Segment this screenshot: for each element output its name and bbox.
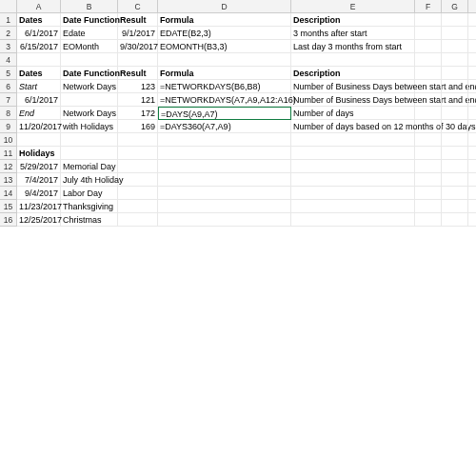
cell-F9[interactable] [415, 120, 442, 133]
cell-F12[interactable] [415, 160, 442, 173]
cell-G10[interactable] [442, 133, 468, 147]
cell-H11[interactable] [468, 147, 476, 160]
cell-D15[interactable] [158, 200, 291, 213]
row-header-4[interactable]: 4 [0, 53, 17, 67]
cell-E3[interactable]: Last day 3 months from start [291, 40, 415, 53]
cell-E14[interactable] [291, 187, 415, 200]
cell-C8[interactable]: 172 [118, 107, 158, 120]
cell-C12[interactable] [118, 160, 158, 173]
cell-H15[interactable] [468, 200, 476, 213]
cell-A13[interactable]: 7/4/2017 [17, 173, 61, 187]
cell-F5[interactable] [415, 67, 442, 80]
cell-F7[interactable] [415, 93, 442, 107]
cell-H1[interactable] [468, 13, 476, 27]
cell-C3[interactable]: 9/30/2017 [118, 40, 158, 53]
cell-F13[interactable] [415, 173, 442, 187]
cell-H2[interactable] [468, 27, 476, 40]
cell-D2[interactable]: EDATE(B2,3) [158, 27, 291, 40]
cell-E13[interactable] [291, 173, 415, 187]
cell-D4[interactable] [158, 53, 291, 67]
cell-H7[interactable] [468, 93, 476, 107]
cell-B13[interactable]: July 4th Holiday [61, 173, 118, 187]
row-header-12[interactable]: 12 [0, 160, 17, 173]
cell-H6[interactable] [468, 80, 476, 93]
cell-F8[interactable] [415, 107, 442, 120]
cell-C13[interactable] [118, 173, 158, 187]
cell-H14[interactable] [468, 187, 476, 200]
cell-D12[interactable] [158, 160, 291, 173]
col-header-C[interactable]: C [118, 0, 158, 13]
row-header-8[interactable]: 8 [0, 107, 17, 120]
cell-G13[interactable] [442, 173, 468, 187]
cell-H12[interactable] [468, 160, 476, 173]
cell-B4[interactable] [61, 53, 118, 67]
cell-B3[interactable]: EOMonth [61, 40, 118, 53]
cell-A1[interactable]: Dates [17, 13, 61, 27]
cell-B14[interactable]: Labor Day [61, 187, 118, 200]
cell-E16[interactable] [291, 213, 415, 227]
cell-C11[interactable] [118, 147, 158, 160]
cell-D1[interactable]: Formula [158, 13, 291, 27]
cell-B11[interactable] [61, 147, 118, 160]
cell-G8[interactable] [442, 107, 468, 120]
cell-C9[interactable]: 169 [118, 120, 158, 133]
cell-D8[interactable]: =DAYS(A9,A7) [158, 107, 291, 120]
cell-G16[interactable] [442, 213, 468, 227]
row-header-6[interactable]: 6 [0, 80, 17, 93]
cell-H3[interactable] [468, 40, 476, 53]
cell-C2[interactable]: 9/1/2017 [118, 27, 158, 40]
col-header-H[interactable]: H [468, 0, 476, 13]
cell-C5[interactable]: Result [118, 67, 158, 80]
cell-H10[interactable] [468, 133, 476, 147]
col-header-B[interactable]: B [61, 0, 118, 13]
cell-E15[interactable] [291, 200, 415, 213]
cell-G7[interactable] [442, 93, 468, 107]
cell-D11[interactable] [158, 147, 291, 160]
cell-F10[interactable] [415, 133, 442, 147]
row-header-11[interactable]: 11 [0, 147, 17, 160]
cell-C15[interactable] [118, 200, 158, 213]
cell-E5[interactable]: Description [291, 67, 415, 80]
cell-H9[interactable] [468, 120, 476, 133]
cell-B15[interactable]: Thanksgiving [61, 200, 118, 213]
cell-B12[interactable]: Memorial Day [61, 160, 118, 173]
cell-C1[interactable]: Result [118, 13, 158, 27]
cell-C6[interactable]: 123 [118, 80, 158, 93]
cell-C4[interactable] [118, 53, 158, 67]
cell-B10[interactable] [61, 133, 118, 147]
cell-D3[interactable]: EOMONTH(B3,3) [158, 40, 291, 53]
cell-A14[interactable]: 9/4/2017 [17, 187, 61, 200]
row-header-9[interactable]: 9 [0, 120, 17, 133]
cell-C7[interactable]: 121 [118, 93, 158, 107]
cell-D9[interactable]: =DAYS360(A7,A9) [158, 120, 291, 133]
cell-G12[interactable] [442, 160, 468, 173]
cell-E7[interactable]: Number of Business Days between start an… [291, 93, 415, 107]
cell-A8[interactable]: End [17, 107, 61, 120]
cell-H13[interactable] [468, 173, 476, 187]
cell-G2[interactable] [442, 27, 468, 40]
cell-B7[interactable] [61, 93, 118, 107]
cell-B6[interactable]: Network Days [61, 80, 118, 93]
cell-A2[interactable]: 6/1/2017 [17, 27, 61, 40]
col-header-A[interactable]: A [17, 0, 61, 13]
cell-F2[interactable] [415, 27, 442, 40]
cell-E9[interactable]: Number of days based on 12 months of 30 … [291, 120, 415, 133]
row-header-5[interactable]: 5 [0, 67, 17, 80]
cell-B5[interactable]: Date Function [61, 67, 118, 80]
cell-A4[interactable] [17, 53, 61, 67]
col-header-G[interactable]: G [442, 0, 468, 13]
cell-H16[interactable] [468, 213, 476, 227]
cell-B1[interactable]: Date Function [61, 13, 118, 27]
cell-D13[interactable] [158, 173, 291, 187]
cell-F4[interactable] [415, 53, 442, 67]
cell-G9[interactable] [442, 120, 468, 133]
cell-G3[interactable] [442, 40, 468, 53]
col-header-F[interactable]: F [415, 0, 442, 13]
cell-F1[interactable] [415, 13, 442, 27]
col-header-E[interactable]: E [291, 0, 415, 13]
cell-D10[interactable] [158, 133, 291, 147]
cell-G15[interactable] [442, 200, 468, 213]
cell-A5[interactable]: Dates [17, 67, 61, 80]
cell-A10[interactable] [17, 133, 61, 147]
cell-C14[interactable] [118, 187, 158, 200]
